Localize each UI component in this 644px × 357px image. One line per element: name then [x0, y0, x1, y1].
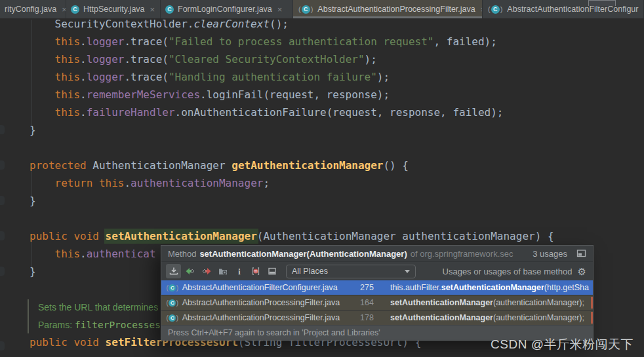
tab-label: FormLoginConfigurer.java [178, 5, 272, 14]
usage-count: 3 usages [526, 249, 576, 259]
preview-icon[interactable] [264, 264, 279, 278]
code-line[interactable] [0, 139, 644, 157]
fold-marker-icon[interactable] [0, 341, 5, 350]
code-line[interactable]: this.logger.trace("Cleared SecurityConte… [0, 50, 644, 68]
code-line[interactable] [0, 210, 644, 227]
class-icon: (C) [487, 5, 503, 14]
forward-arrow-icon[interactable] [199, 264, 214, 278]
usage-line-number: 164 [360, 298, 374, 307]
usage-row[interactable]: (C)AbstractAuthenticationProcessingFilte… [161, 295, 593, 310]
gear-icon[interactable]: ⚙ [578, 267, 586, 276]
clipped-text-marker [591, 312, 593, 324]
popup-header: Method setAuthenticationManager(Authenti… [161, 246, 593, 262]
dock-icon[interactable] [166, 264, 181, 278]
usage-file-name: AbstractAuthenticationProcessingFilter.j… [182, 313, 340, 322]
info-icon[interactable]: i [231, 264, 247, 278]
editor-tab[interactable]: (C)AbstractAuthenticationProcessingFilte… [293, 0, 483, 18]
code-line[interactable]: public void setAuthenticationManager(Aut… [0, 227, 644, 245]
usage-code-preview: setAuthenticationManager(authenticationM… [390, 298, 592, 307]
usage-code-preview: setAuthenticationManager(authenticationM… [390, 313, 592, 322]
filter-description: Usages or usages of base method [443, 267, 573, 276]
method-signature: setAuthenticationManager(AuthenticationM… [199, 249, 407, 259]
watermark: CSDN @半斤米粉闯天下 [491, 336, 634, 353]
class-icon: (C) [166, 299, 179, 307]
open-in-window-icon[interactable] [576, 249, 586, 258]
scope-dropdown[interactable]: All Places [286, 265, 416, 278]
find-usages-popup: Method setAuthenticationManager(Authenti… [161, 245, 594, 341]
class-icon: C [71, 5, 79, 14]
tab-bar: rityConfig.java×CHttpSecurity.java×CForm… [0, 0, 644, 18]
fold-marker-icon[interactable] [0, 231, 5, 240]
clipped-text-marker [591, 297, 593, 309]
code-line[interactable]: return this.authenticationManager; [0, 174, 644, 192]
usage-kind-label: Method [168, 249, 196, 259]
popup-toolbar: i m All Places Usages or usages of base … [161, 262, 593, 280]
class-icon: C [165, 5, 174, 14]
usage-line-number: 178 [360, 313, 374, 322]
fold-marker-icon[interactable] [0, 267, 5, 276]
editor-tab[interactable]: rityConfig.java× [0, 0, 66, 18]
code-line[interactable]: this.rememberMeServices.loginFail(reques… [0, 86, 644, 103]
fold-marker-icon[interactable] [0, 125, 5, 134]
code-line[interactable]: } [0, 192, 644, 210]
usage-row[interactable]: (C)AbstractAuthenticationProcessingFilte… [161, 310, 593, 325]
code-line[interactable]: this.logger.trace("Failed to process aut… [0, 33, 644, 50]
code-line[interactable]: this.logger.trace("Handling authenticati… [0, 68, 644, 86]
package-context: of org.springframework.sec [411, 249, 513, 259]
popup-fragment [588, 0, 616, 6]
usage-file-name: AbstractAuthenticationProcessingFilter.j… [182, 298, 340, 307]
fold-marker-icon[interactable] [0, 196, 5, 205]
code-line[interactable]: } [0, 121, 644, 139]
close-icon[interactable]: × [62, 5, 66, 14]
class-icon: (C) [298, 5, 313, 14]
tab-label: rityConfig.java [5, 5, 56, 14]
editor-tab[interactable]: CFormLoginConfigurer.java× [161, 0, 293, 18]
code-line[interactable]: this.failureHandler.onAuthenticationFail… [0, 103, 644, 121]
usage-code-preview: this.authFilter.setAuthenticationManager… [390, 283, 592, 292]
usage-row[interactable]: (C)AbstractAuthenticationFilterConfigure… [161, 280, 593, 295]
usage-results: (C)AbstractAuthenticationFilterConfigure… [161, 280, 593, 325]
class-icon: (C) [166, 314, 179, 322]
fold-marker-icon[interactable] [0, 160, 5, 170]
folder-settings-icon[interactable] [215, 264, 230, 278]
usage-line-number: 275 [360, 283, 374, 292]
editor-tab[interactable]: CHttpSecurity.java× [66, 0, 161, 18]
svg-text:i: i [238, 267, 241, 276]
code-line[interactable]: protected AuthenticationManager getAuthe… [0, 157, 644, 174]
usage-file-name: AbstractAuthenticationFilterConfigurer.j… [182, 283, 338, 292]
scope-value: All Places [292, 267, 328, 276]
class-icon: (C) [166, 284, 179, 291]
method-filter-icon[interactable]: m [248, 264, 263, 278]
chevron-down-icon [405, 270, 410, 273]
tab-label: HttpSecurity.java [83, 5, 145, 14]
tab-label: AbstractAuthenticationFilterConfigur [507, 5, 638, 14]
close-icon[interactable]: × [150, 5, 155, 14]
editor-tab[interactable]: (C)AbstractAuthenticationFilterConfigur [483, 0, 644, 18]
svg-text:m: m [254, 269, 257, 273]
close-icon[interactable]: × [277, 5, 283, 14]
tab-label: AbstractAuthenticationProcessingFilter.j… [317, 5, 475, 14]
back-arrow-icon[interactable] [182, 264, 197, 278]
